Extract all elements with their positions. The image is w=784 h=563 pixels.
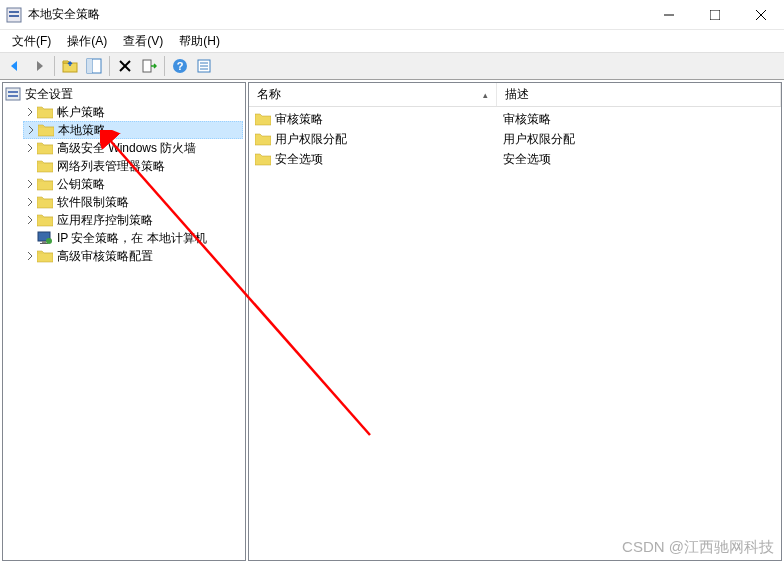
tree-item[interactable]: 公钥策略 bbox=[23, 175, 243, 193]
expander-icon[interactable] bbox=[23, 249, 37, 263]
tree-item-label: 本地策略 bbox=[58, 122, 106, 139]
tree-item[interactable]: 应用程序控制策略 bbox=[23, 211, 243, 229]
tree-item-label: IP 安全策略，在 本地计算机 bbox=[57, 230, 207, 247]
menu-help[interactable]: 帮助(H) bbox=[171, 31, 228, 52]
column-name[interactable]: 名称 ▴ bbox=[249, 83, 497, 106]
svg-rect-24 bbox=[42, 241, 46, 243]
content-area: 安全设置 帐户策略本地策略高级安全 Windows 防火墙网络列表管理器策略公钥… bbox=[0, 80, 784, 563]
tree-item-label: 高级安全 Windows 防火墙 bbox=[57, 140, 196, 157]
folder-icon bbox=[38, 122, 54, 138]
folder-icon bbox=[37, 158, 53, 174]
svg-rect-22 bbox=[8, 95, 18, 97]
expander-icon[interactable] bbox=[23, 195, 37, 209]
list-cell-name: 用户权限分配 bbox=[249, 131, 497, 148]
menu-action[interactable]: 操作(A) bbox=[59, 31, 115, 52]
folder-icon bbox=[37, 212, 53, 228]
list-row[interactable]: 用户权限分配用户权限分配 bbox=[249, 129, 781, 149]
folder-icon bbox=[255, 112, 271, 126]
tree-item[interactable]: 软件限制策略 bbox=[23, 193, 243, 211]
tree-item-label: 公钥策略 bbox=[57, 176, 105, 193]
expander-icon[interactable] bbox=[23, 141, 37, 155]
security-root-icon bbox=[5, 86, 21, 102]
tree-item[interactable]: 网络列表管理器策略 bbox=[23, 157, 243, 175]
close-button[interactable] bbox=[738, 0, 784, 29]
svg-rect-4 bbox=[710, 10, 720, 20]
svg-rect-25 bbox=[40, 243, 48, 244]
svg-rect-20 bbox=[6, 88, 20, 100]
back-button[interactable] bbox=[4, 55, 26, 77]
svg-rect-21 bbox=[8, 91, 18, 93]
tree-item-label: 帐户策略 bbox=[57, 104, 105, 121]
svg-point-26 bbox=[46, 238, 52, 244]
expander-icon[interactable] bbox=[23, 177, 37, 191]
svg-rect-1 bbox=[9, 11, 19, 13]
show-hide-tree-button[interactable] bbox=[83, 55, 105, 77]
svg-text:?: ? bbox=[177, 60, 184, 72]
expander-icon bbox=[23, 231, 37, 245]
list-cell-desc: 安全选项 bbox=[497, 151, 781, 168]
column-description[interactable]: 描述 bbox=[497, 83, 781, 106]
list-cell-name: 审核策略 bbox=[249, 111, 497, 128]
tree-item[interactable]: 高级安全 Windows 防火墙 bbox=[23, 139, 243, 157]
tree-root-node[interactable]: 安全设置 bbox=[5, 85, 243, 103]
tree-item[interactable]: 帐户策略 bbox=[23, 103, 243, 121]
menu-file[interactable]: 文件(F) bbox=[4, 31, 59, 52]
tree-item-label: 软件限制策略 bbox=[57, 194, 129, 211]
maximize-button[interactable] bbox=[692, 0, 738, 29]
folder-icon bbox=[255, 132, 271, 146]
export-button[interactable] bbox=[138, 55, 160, 77]
tree-item[interactable]: IP 安全策略，在 本地计算机 bbox=[23, 229, 243, 247]
minimize-button[interactable] bbox=[646, 0, 692, 29]
app-icon bbox=[6, 7, 22, 23]
tree-root-label: 安全设置 bbox=[25, 86, 73, 103]
expander-icon[interactable] bbox=[23, 105, 37, 119]
sort-indicator-icon: ▴ bbox=[483, 90, 488, 100]
list-row[interactable]: 审核策略审核策略 bbox=[249, 109, 781, 129]
folder-icon bbox=[37, 248, 53, 264]
properties-button[interactable] bbox=[193, 55, 215, 77]
list-cell-name: 安全选项 bbox=[249, 151, 497, 168]
list-cell-desc: 用户权限分配 bbox=[497, 131, 781, 148]
tree-item-label: 高级审核策略配置 bbox=[57, 248, 153, 265]
window-controls bbox=[646, 0, 784, 29]
menu-view[interactable]: 查看(V) bbox=[115, 31, 171, 52]
folder-icon bbox=[255, 152, 271, 166]
folder-icon bbox=[37, 104, 53, 120]
tree-item[interactable]: 本地策略 bbox=[23, 121, 243, 139]
folder-icon bbox=[37, 194, 53, 210]
toolbar: ? bbox=[0, 52, 784, 80]
tree-item-label: 网络列表管理器策略 bbox=[57, 158, 165, 175]
tree-item[interactable]: 高级审核策略配置 bbox=[23, 247, 243, 265]
svg-rect-13 bbox=[143, 60, 151, 72]
monitor-icon bbox=[37, 230, 53, 246]
svg-rect-2 bbox=[9, 15, 19, 17]
toolbar-separator bbox=[54, 56, 55, 76]
forward-button[interactable] bbox=[28, 55, 50, 77]
folder-icon bbox=[37, 140, 53, 156]
tree-item-label: 应用程序控制策略 bbox=[57, 212, 153, 229]
menu-bar: 文件(F) 操作(A) 查看(V) 帮助(H) bbox=[0, 30, 784, 52]
toolbar-separator bbox=[109, 56, 110, 76]
window-title: 本地安全策略 bbox=[28, 6, 646, 23]
title-bar: 本地安全策略 bbox=[0, 0, 784, 30]
list-panel[interactable]: 名称 ▴ 描述 审核策略审核策略用户权限分配用户权限分配安全选项安全选项 bbox=[248, 82, 782, 561]
folder-icon bbox=[37, 176, 53, 192]
delete-button[interactable] bbox=[114, 55, 136, 77]
expander-icon bbox=[23, 159, 37, 173]
expander-icon[interactable] bbox=[23, 213, 37, 227]
toolbar-separator bbox=[164, 56, 165, 76]
tree-panel[interactable]: 安全设置 帐户策略本地策略高级安全 Windows 防火墙网络列表管理器策略公钥… bbox=[2, 82, 246, 561]
help-button[interactable]: ? bbox=[169, 55, 191, 77]
svg-rect-10 bbox=[87, 59, 92, 73]
expander-icon[interactable] bbox=[24, 123, 38, 137]
list-row[interactable]: 安全选项安全选项 bbox=[249, 149, 781, 169]
list-cell-desc: 审核策略 bbox=[497, 111, 781, 128]
up-folder-button[interactable] bbox=[59, 55, 81, 77]
list-header: 名称 ▴ 描述 bbox=[249, 83, 781, 107]
